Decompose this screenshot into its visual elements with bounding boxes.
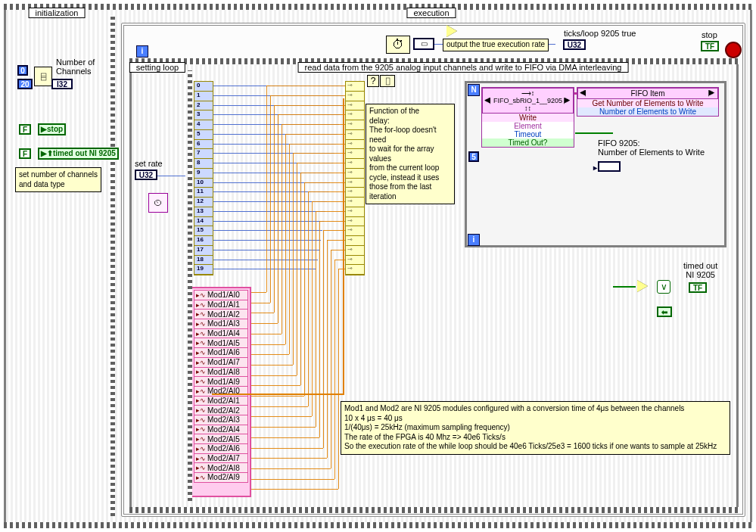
array-output-cell: ⊸	[346, 246, 364, 256]
chevron-left-icon[interactable]: ⯇	[580, 89, 587, 98]
io-channel[interactable]: ▸∿Mod2/AI8	[194, 462, 248, 473]
io-channel[interactable]: ▸∿Mod2/AI6	[194, 443, 248, 454]
wire	[251, 334, 282, 334]
analog-signal-icon: ▸∿	[196, 320, 206, 328]
io-channel-label: Mod2/AI2	[207, 406, 240, 415]
io-channel[interactable]: ▸∿Mod1/AI2	[194, 309, 248, 319]
io-channel[interactable]: ▸∿Mod1/AI1	[194, 300, 248, 310]
array-index-cell: 17	[194, 246, 213, 256]
wire	[293, 153, 345, 154]
wire	[251, 448, 323, 449]
io-channel-label: Mod1/AI6	[207, 348, 240, 356]
const-zero[interactable]: 0	[17, 65, 28, 76]
fifo-write-header: ⯇ ⟶↕ FIFO_sbRIO_1__9205 ↕↕ ⯈	[482, 88, 574, 114]
io-channel[interactable]: ▸∿Mod2/AI7	[194, 453, 248, 464]
io-channel[interactable]: ▸∿Mod2/AI2	[194, 405, 248, 415]
array-index-cell: 2	[194, 101, 213, 111]
analog-signal-icon: ▸∿	[196, 435, 206, 443]
for-N-terminal: N	[468, 84, 480, 96]
array-index-cell: 15	[194, 226, 213, 236]
io-channel[interactable]: ▸∿Mod2/AI1	[194, 396, 248, 406]
while-stop-terminal[interactable]	[725, 42, 742, 58]
case-selector[interactable]: ?	[367, 75, 379, 87]
timedout-local[interactable]: ▶⬆timed out NI 9205	[38, 148, 119, 160]
io-channel[interactable]: ▸∿Mod2/AI5	[194, 434, 248, 444]
io-channel[interactable]: ▸∿Mod1/AI6	[194, 347, 248, 358]
stop-tf[interactable]: TF	[701, 41, 719, 51]
io-channel[interactable]: ▸∿Mod1/AI0	[194, 290, 248, 300]
io-channel-label: Mod2/AI3	[207, 415, 240, 424]
io-channel-label: Mod1/AI0	[207, 291, 240, 299]
array-index-cell: 0	[194, 82, 213, 92]
wire	[251, 458, 327, 459]
stop-local[interactable]: ▶stop	[38, 123, 66, 135]
array-index-cell: 7	[194, 149, 213, 159]
feedback-node-icon: ⬅	[657, 306, 672, 317]
u32-ticks[interactable]: U32	[563, 39, 586, 50]
io-channel-label: Mod1/AI7	[207, 358, 240, 366]
false-const-2[interactable]: F	[19, 148, 31, 159]
i32-indicator[interactable]: I32	[51, 79, 73, 89]
analog-signal-icon: ▸∿	[196, 387, 206, 395]
const-twenty[interactable]: 20	[17, 79, 33, 89]
u32-setrate[interactable]: U32	[135, 170, 157, 180]
timedout-tf[interactable]: TF	[689, 282, 707, 293]
wire	[293, 153, 294, 365]
wire	[300, 173, 301, 386]
array-output-cell: ⊸	[346, 82, 364, 92]
wire	[212, 394, 344, 395]
wire	[155, 176, 185, 176]
fifo-write-node[interactable]: ⯇ ⟶↕ FIFO_sbRIO_1__9205 ↕↕ ⯈ Write Eleme…	[481, 87, 574, 148]
array-index-cell: 10	[194, 179, 213, 188]
wire	[308, 191, 345, 192]
analog-signal-icon: ▸∿	[196, 416, 206, 424]
fifo-elems-indicator[interactable]: ▸	[598, 161, 621, 172]
timed-loop-clock-icon	[386, 36, 410, 54]
io-channel-label: Mod1/AI9	[207, 378, 240, 386]
io-channel-label: Mod1/AI8	[207, 368, 240, 376]
io-channel[interactable]: ▸∿Mod1/AI5	[194, 338, 248, 348]
io-channel[interactable]: ▸∿Mod2/AI4	[194, 425, 248, 435]
chevron-left-icon[interactable]: ⯇	[484, 97, 492, 105]
array-output-cell: ⊸	[346, 207, 364, 217]
io-channel[interactable]: ▸∿Mod1/AI9	[194, 376, 248, 387]
io-channel[interactable]: ▸∿Mod2/AI3	[194, 415, 248, 425]
io-channel[interactable]: ▸∿Mod2/AI9	[194, 472, 248, 483]
wire	[251, 344, 285, 345]
analog-signal-icon: ▸∿	[196, 378, 206, 385]
io-channel[interactable]: ▸∿Mod1/AI3	[194, 319, 248, 329]
for-const-5[interactable]: 5	[468, 151, 479, 162]
array-index-cell: 11	[194, 188, 213, 198]
wire	[316, 211, 345, 212]
output-rate-comment: output the true execution rate	[443, 39, 549, 51]
wire	[282, 124, 282, 334]
wire	[251, 468, 331, 469]
wire	[285, 134, 345, 135]
wire	[251, 416, 312, 417]
frame-title-setting: setting loop	[129, 62, 185, 73]
wire	[251, 479, 334, 480]
chevron-right-icon[interactable]: ⯈	[564, 97, 571, 105]
io-channel[interactable]: ▸∿Mod1/AI4	[194, 328, 248, 339]
analog-signal-icon: ▸∿	[196, 445, 206, 453]
wire	[289, 144, 345, 145]
array-index-cell: 13	[194, 207, 213, 217]
io-channel[interactable]: ▸∿Mod1/AI8	[194, 367, 248, 378]
loop-timer-icon: ⏲	[148, 193, 168, 213]
io-channel-label: Mod1/AI5	[207, 339, 240, 347]
io-channel-label: Mod2/AI4	[207, 425, 240, 434]
false-const-1[interactable]: F	[19, 124, 31, 135]
fifo-item-node[interactable]: ⯇ FIFO Item ⯈ Get Number of Elements to …	[577, 87, 719, 117]
fifo-timeout: Timeout	[482, 130, 574, 138]
array-output-cell: ⊸	[346, 256, 364, 266]
rate-display[interactable]: ▭	[413, 38, 434, 50]
array-output-cell: ⊸	[346, 110, 364, 120]
wire	[297, 163, 297, 375]
wire	[212, 230, 322, 231]
chevron-right-icon[interactable]: ⯈	[708, 89, 716, 98]
array-index-cell: 4	[194, 120, 213, 130]
wire	[334, 260, 335, 479]
io-channel[interactable]: ▸∿Mod1/AI7	[194, 357, 248, 368]
wire	[251, 323, 278, 324]
array-index-cell: 3	[194, 110, 213, 120]
